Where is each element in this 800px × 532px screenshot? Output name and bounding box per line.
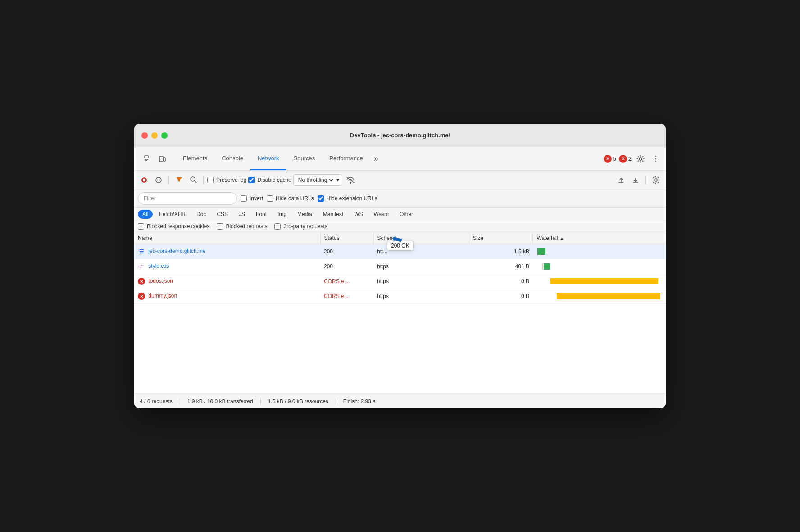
- blocked-cookies-label[interactable]: Blocked response cookies: [138, 223, 209, 230]
- empty-space: [134, 304, 666, 394]
- minimize-button[interactable]: [151, 132, 158, 139]
- type-filter-js[interactable]: JS: [234, 210, 250, 219]
- row-1-name[interactable]: ☰ jec-cors-demo.glitch.me: [134, 244, 320, 259]
- type-filter-doc[interactable]: Doc: [192, 210, 210, 219]
- row-4-name[interactable]: ✕ dummy.json: [134, 289, 320, 304]
- toolbar-divider-1: [168, 176, 169, 185]
- device-toolbar-icon[interactable]: [156, 153, 168, 165]
- tabs: Elements Console Network Sources Perform…: [176, 147, 604, 170]
- toolbar-divider-2: [203, 176, 204, 185]
- inspect-element-icon[interactable]: [141, 153, 154, 165]
- search-button[interactable]: [187, 174, 200, 186]
- disable-cache-checkbox[interactable]: [248, 177, 255, 183]
- third-party-label[interactable]: 3rd-party requests: [274, 223, 327, 230]
- waterfall-bar-1: [536, 247, 662, 257]
- upload-button[interactable]: [615, 174, 627, 186]
- tab-icons: [138, 153, 172, 165]
- download-button[interactable]: [629, 174, 642, 186]
- col-header-status[interactable]: Status: [320, 232, 373, 244]
- blocked-cookies-checkbox[interactable]: [138, 223, 144, 230]
- col-header-name[interactable]: Name: [134, 232, 320, 244]
- settings-toolbar-button[interactable]: [650, 174, 662, 186]
- hide-extension-urls-checkbox[interactable]: [318, 195, 324, 202]
- row-2-waterfall: [533, 259, 666, 274]
- invert-label[interactable]: Invert: [241, 195, 263, 202]
- network-table: Name Status Scheme Size Waterfall: [134, 232, 666, 304]
- error-badge-1: ✕ 5: [604, 155, 616, 163]
- hide-extension-urls-label[interactable]: Hide extension URLs: [318, 195, 377, 202]
- preserve-log-checkbox[interactable]: [207, 177, 214, 183]
- svg-rect-7: [143, 179, 145, 181]
- wf-bar-green: [537, 248, 545, 255]
- tab-performance[interactable]: Performance: [322, 147, 370, 170]
- error-count-2: 2: [628, 155, 632, 162]
- row-1-waterfall: [533, 244, 666, 259]
- titlebar: DevTools - jec-cors-demo.glitch.me/: [134, 124, 666, 147]
- svg-rect-4: [164, 158, 165, 161]
- preserve-log-label[interactable]: Preserve log: [207, 177, 246, 183]
- type-filter-fetch-xhr[interactable]: Fetch/XHR: [155, 210, 190, 219]
- row-1-size: 1.5 kB: [469, 244, 533, 259]
- row-3-waterfall: [533, 274, 666, 289]
- settings-button[interactable]: [634, 153, 647, 165]
- table-row[interactable]: □ style.css 200 https 401 B: [134, 259, 666, 274]
- svg-rect-3: [159, 156, 163, 162]
- svg-point-17: [655, 179, 657, 181]
- row-3-status: CORS e...: [320, 274, 373, 289]
- type-filter-font[interactable]: Font: [251, 210, 271, 219]
- type-filter-wasm[interactable]: Wasm: [369, 210, 394, 219]
- type-filter-css[interactable]: CSS: [212, 210, 232, 219]
- type-filter-img[interactable]: Img: [273, 210, 291, 219]
- disable-cache-label[interactable]: Disable cache: [248, 177, 291, 183]
- wf-bar-yellow-3: [550, 278, 658, 284]
- more-options-button[interactable]: ⋮: [650, 153, 662, 165]
- devtools-window: DevTools - jec-cors-demo.glitch.me/: [134, 124, 666, 408]
- tab-sources[interactable]: Sources: [286, 147, 323, 170]
- clear-button[interactable]: [152, 174, 165, 186]
- requests-count: 4 / 6 requests: [140, 398, 180, 405]
- type-filter-media[interactable]: Media: [293, 210, 317, 219]
- fullscreen-button[interactable]: [161, 132, 168, 139]
- filter-button[interactable]: [173, 174, 185, 186]
- tab-network[interactable]: Network: [250, 147, 286, 170]
- row-3-scheme: https: [373, 274, 469, 289]
- throttle-dropdown[interactable]: No throttling Fast 3G Slow 3G: [296, 176, 335, 184]
- row-2-name[interactable]: □ style.css: [134, 259, 320, 274]
- error-x-icon: ✕: [604, 155, 612, 163]
- throttle-select[interactable]: No throttling Fast 3G Slow 3G ▾: [293, 174, 342, 186]
- status-bar: 4 / 6 requests 1.9 kB / 10.0 kB transfer…: [134, 394, 666, 408]
- invert-checkbox[interactable]: [241, 195, 247, 202]
- tab-console[interactable]: Console: [214, 147, 250, 170]
- devtools-body: Elements Console Network Sources Perform…: [134, 147, 666, 408]
- error-count-1: 5: [613, 155, 616, 162]
- tab-elements[interactable]: Elements: [176, 147, 214, 170]
- hide-data-urls-label[interactable]: Hide data URLs: [267, 195, 314, 202]
- filter-input[interactable]: [138, 192, 237, 205]
- type-filter-ws[interactable]: WS: [350, 210, 367, 219]
- third-party-checkbox[interactable]: [274, 223, 281, 230]
- table-row[interactable]: ✕ todos.json CORS e... https 0 B: [134, 274, 666, 289]
- type-filter-manifest[interactable]: Manifest: [318, 210, 348, 219]
- close-button[interactable]: [141, 132, 148, 139]
- row-1-status: 200: [320, 244, 373, 259]
- error-x-icon-2: ✕: [619, 155, 627, 163]
- resources-size: 1.5 kB / 9.6 kB resources: [268, 398, 336, 405]
- table-row[interactable]: ☰ jec-cors-demo.glitch.me 200 htt... 200…: [134, 244, 666, 259]
- doc-icon: ☰: [138, 248, 145, 255]
- record-button[interactable]: [138, 174, 150, 186]
- type-filter-all[interactable]: All: [138, 210, 153, 219]
- row-2-size: 401 B: [469, 259, 533, 274]
- table-row[interactable]: ✕ dummy.json CORS e... https 0 B: [134, 289, 666, 304]
- row-4-status: CORS e...: [320, 289, 373, 304]
- type-filter-other[interactable]: Other: [395, 210, 418, 219]
- blocked-requests-label[interactable]: Blocked requests: [217, 223, 267, 230]
- more-tabs-button[interactable]: »: [370, 147, 382, 170]
- row-3-name[interactable]: ✕ todos.json: [134, 274, 320, 289]
- col-header-size[interactable]: Size: [469, 232, 533, 244]
- blocked-requests-checkbox[interactable]: [217, 223, 223, 230]
- col-header-waterfall[interactable]: Waterfall ▲: [533, 232, 566, 244]
- row-4-size: 0 B: [469, 289, 533, 304]
- wf-bar-yellow-4: [557, 293, 660, 299]
- network-conditions-button[interactable]: [344, 174, 357, 186]
- hide-data-urls-checkbox[interactable]: [267, 195, 273, 202]
